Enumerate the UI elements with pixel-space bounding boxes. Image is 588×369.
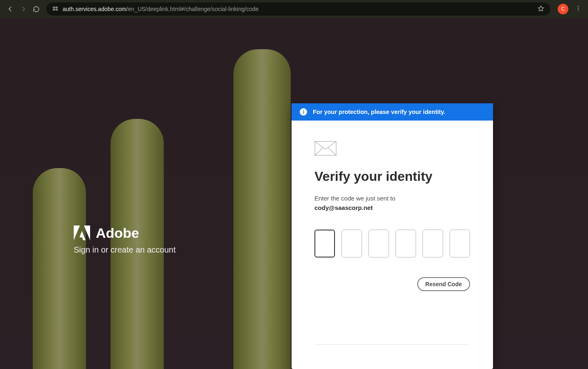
adobe-logo-icon <box>74 226 90 241</box>
url-text: auth.services.adobe.com/en_US/deeplink.h… <box>63 6 259 12</box>
card-divider <box>314 344 470 345</box>
code-digit-4[interactable] <box>396 230 416 257</box>
svg-rect-0 <box>53 7 55 8</box>
banner-message: For your protection, please verify your … <box>313 109 446 115</box>
code-digit-2[interactable] <box>341 230 362 257</box>
profile-initial: C <box>561 6 565 12</box>
info-icon: i <box>300 108 307 116</box>
code-input-row <box>314 230 470 257</box>
brand-subtitle: Sign in or create an account <box>74 245 176 255</box>
site-settings-icon[interactable] <box>52 5 59 13</box>
instruction-text: Enter the code we just sent to <box>314 195 396 202</box>
forward-button[interactable] <box>20 5 27 13</box>
card-title: Verify your identity <box>314 169 470 184</box>
svg-point-6 <box>578 9 579 10</box>
profile-avatar[interactable]: C <box>558 4 568 14</box>
reload-button[interactable] <box>33 6 40 13</box>
back-button[interactable] <box>7 5 14 13</box>
card-instruction: Enter the code we just sent to cody@saas… <box>314 194 470 212</box>
code-digit-5[interactable] <box>423 230 443 257</box>
url-path: /en_US/deeplink.html#/challenge/social-l… <box>127 6 259 12</box>
code-digit-3[interactable] <box>369 230 389 257</box>
bookmark-star-icon[interactable] <box>537 5 545 14</box>
page-background: Adobe Sign in or create an account i For… <box>0 18 588 369</box>
resend-code-button[interactable]: Resend Code <box>417 277 470 291</box>
address-bar[interactable]: auth.services.adobe.com/en_US/deeplink.h… <box>46 2 550 16</box>
envelope-icon <box>314 141 337 156</box>
info-banner: i For your protection, please verify you… <box>292 103 493 121</box>
nav-buttons <box>4 5 42 13</box>
brand-name: Adobe <box>96 225 139 241</box>
background-cactus <box>233 49 291 369</box>
svg-rect-2 <box>53 9 55 10</box>
svg-point-5 <box>578 8 579 9</box>
browser-toolbar: auth.services.adobe.com/en_US/deeplink.h… <box>0 0 588 18</box>
code-digit-1[interactable] <box>314 230 335 257</box>
background-cactus <box>33 168 86 369</box>
browser-menu-icon[interactable] <box>572 5 584 13</box>
svg-rect-3 <box>56 9 57 10</box>
url-domain: auth.services.adobe.com <box>63 6 127 12</box>
svg-rect-1 <box>56 7 57 8</box>
svg-point-4 <box>578 6 579 7</box>
email-address: cody@saascorp.net <box>314 204 373 211</box>
brand-panel: Adobe Sign in or create an account <box>74 225 176 255</box>
verify-card: i For your protection, please verify you… <box>292 103 493 369</box>
code-digit-6[interactable] <box>450 230 470 257</box>
